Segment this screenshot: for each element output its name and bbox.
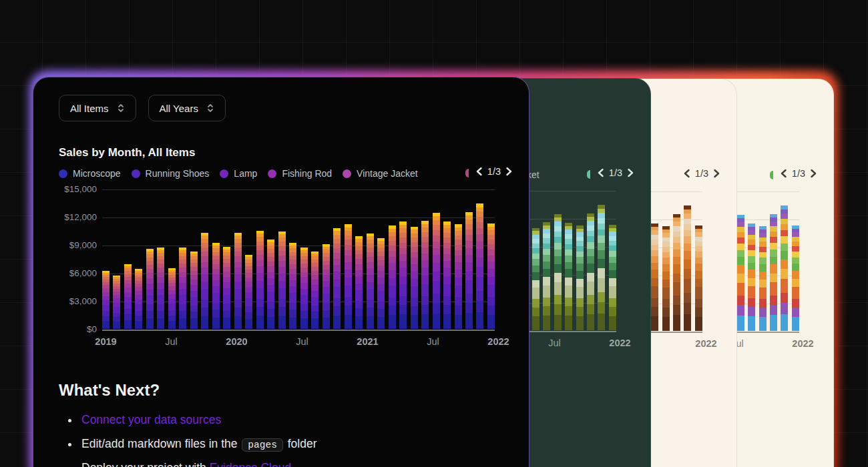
prev-page-icon[interactable] — [597, 168, 604, 177]
bar-2019-03[interactable] — [124, 264, 132, 329]
bar-2020-12[interactable] — [355, 236, 363, 329]
bar-2021-08[interactable] — [565, 223, 572, 330]
bar-2021-05[interactable] — [411, 227, 418, 329]
bar-2019-08[interactable] — [179, 248, 186, 329]
bar-2021-11[interactable] — [598, 205, 605, 330]
link[interactable]: Connect your data sources — [81, 413, 221, 426]
plot-area — [102, 189, 495, 330]
bar-2021-09[interactable] — [662, 226, 670, 331]
bar-2021-08[interactable] — [443, 221, 451, 329]
next-page-icon[interactable] — [627, 168, 634, 177]
bar-2020-05[interactable] — [278, 231, 286, 329]
chart-title: Sales by Month, All Items — [59, 146, 195, 159]
prev-page-icon[interactable] — [780, 169, 787, 178]
bar-2021-12[interactable] — [609, 225, 616, 330]
legend-item-fishing-rod[interactable]: Fishing Rod — [268, 168, 332, 179]
years-filter-dropdown[interactable]: All Years — [148, 95, 226, 121]
x-tick-label: 2021 — [357, 336, 378, 347]
bar-2021-11[interactable] — [684, 205, 691, 331]
bar-2021-08[interactable] — [748, 223, 755, 331]
bar-2021-09[interactable] — [576, 225, 584, 330]
x-tick-label: 2022 — [487, 336, 509, 347]
bar-2020-09[interactable] — [322, 244, 330, 329]
bar-2021-12[interactable] — [792, 225, 799, 331]
bar-2020-07[interactable] — [300, 248, 308, 329]
bar-2021-06[interactable] — [421, 221, 429, 329]
years-filter-value: All Years — [160, 103, 198, 114]
whats-next-item: Deploy your project with Evidence Cloud — [59, 461, 509, 467]
bar-2021-07[interactable] — [737, 215, 744, 331]
bullet-icon — [68, 443, 71, 446]
y-tick-label: $0 — [33, 324, 97, 334]
x-axis-baseline — [102, 330, 495, 331]
bar-2019-06[interactable] — [157, 248, 164, 329]
bar-2019-12[interactable] — [223, 247, 230, 329]
next-page-icon[interactable] — [810, 169, 817, 178]
bar-2020-02[interactable] — [245, 255, 252, 329]
legend-overflow-dot — [465, 169, 469, 177]
bullet-text: Edit/add markdown files in the pages fol… — [81, 437, 316, 451]
legend-item-lamp[interactable]: Lamp — [220, 168, 257, 179]
bar-2021-05[interactable] — [532, 228, 539, 330]
whats-next-list: Connect your data sourcesEdit/add markdo… — [59, 413, 509, 467]
bar-2021-10[interactable] — [587, 213, 594, 330]
whats-next-heading: What's Next? — [59, 381, 509, 400]
text-fragment: folder — [284, 437, 317, 450]
y-tick-label: $9,000 — [33, 240, 97, 250]
items-filter-dropdown[interactable]: All Items — [59, 95, 136, 121]
bar-2021-11[interactable] — [476, 203, 483, 329]
y-tick-label: $6,000 — [33, 268, 97, 278]
bar-2021-12[interactable] — [695, 225, 702, 331]
bullet-text: Connect your data sources — [81, 413, 221, 427]
bar-2020-01[interactable] — [234, 233, 242, 329]
x-tick-label: Jul — [548, 338, 561, 348]
bar-2021-04[interactable] — [399, 221, 407, 329]
bullet-icon — [68, 419, 71, 422]
legend-item-running-shoes[interactable]: Running Shoes — [132, 168, 210, 179]
bar-2021-06[interactable] — [543, 222, 550, 330]
legend-dot — [268, 169, 276, 178]
bar-2019-10[interactable] — [201, 233, 208, 329]
x-tick-label: Jul — [427, 336, 439, 347]
bar-2019-05[interactable] — [146, 249, 154, 329]
bar-2019-02[interactable] — [113, 276, 120, 329]
legend-item-microscope[interactable]: Microscope — [59, 168, 121, 179]
prev-page-icon[interactable] — [683, 169, 690, 178]
bar-2021-11[interactable] — [781, 205, 788, 331]
bar-2021-09[interactable] — [455, 224, 462, 329]
bar-2019-11[interactable] — [212, 243, 220, 329]
bar-2021-09[interactable] — [759, 226, 767, 331]
x-tick-label: 2019 — [95, 336, 116, 347]
bar-2020-04[interactable] — [267, 240, 274, 329]
bar-2020-06[interactable] — [289, 243, 296, 329]
bar-2019-07[interactable] — [168, 268, 176, 329]
next-page-icon[interactable] — [713, 169, 720, 178]
bar-2019-09[interactable] — [190, 252, 198, 329]
text-fragment: Deploy your project with — [81, 461, 210, 467]
bar-2021-10[interactable] — [770, 214, 777, 331]
bar-2021-12[interactable] — [487, 223, 495, 329]
bar-2021-07[interactable] — [433, 213, 440, 329]
bar-2020-08[interactable] — [311, 252, 318, 329]
bar-2020-11[interactable] — [345, 224, 352, 329]
bar-2020-10[interactable] — [333, 228, 341, 329]
bar-2021-02[interactable] — [377, 238, 385, 329]
prev-page-icon[interactable] — [475, 167, 483, 176]
bar-2019-04[interactable] — [135, 269, 142, 329]
bar-2021-03[interactable] — [389, 225, 396, 329]
items-filter-value: All Items — [70, 103, 109, 114]
legend-page-indicator: 1/3 — [609, 167, 622, 178]
legend-dot — [59, 169, 67, 178]
link[interactable]: Evidence Cloud — [210, 461, 292, 467]
next-page-icon[interactable] — [505, 167, 513, 176]
bar-2021-01[interactable] — [367, 234, 374, 329]
bar-2020-03[interactable] — [256, 231, 264, 329]
legend-item-vintage-jacket[interactable]: Vintage Jacket — [343, 168, 418, 179]
bar-2021-07[interactable] — [554, 214, 562, 330]
chart-legend: Microscope Running Shoes Lamp Fishing Ro… — [59, 165, 513, 181]
bar-2021-10[interactable] — [465, 212, 473, 329]
bar-2021-10[interactable] — [673, 214, 680, 331]
x-tick-label: 2020 — [226, 336, 247, 347]
bar-2019-01[interactable] — [102, 271, 110, 329]
bar-2021-08[interactable] — [651, 223, 658, 331]
